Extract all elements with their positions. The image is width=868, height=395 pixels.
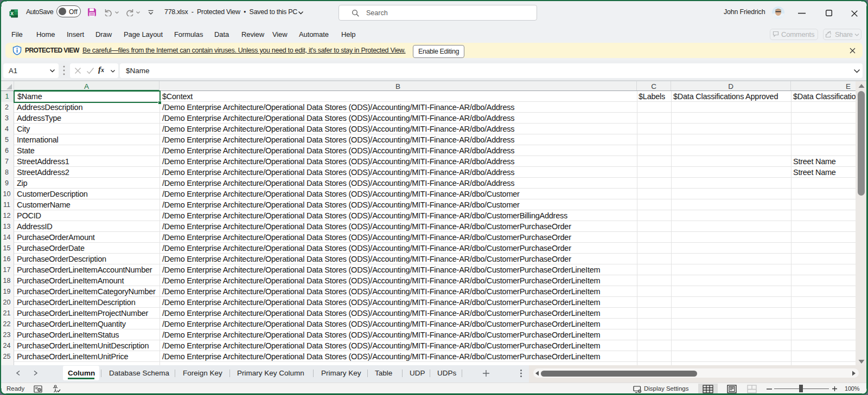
svg-text:X: X bbox=[10, 11, 14, 16]
